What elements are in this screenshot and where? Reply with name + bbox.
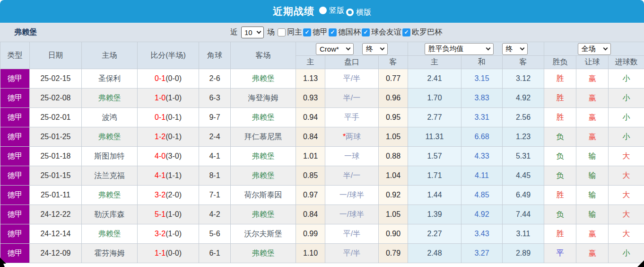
score-cell: 0-1(0-0) <box>138 69 199 89</box>
corner-fold <box>637 260 644 267</box>
avg-away-cell: 3.12 <box>503 69 544 89</box>
avg-draw-cell: 4.33 <box>461 147 503 166</box>
table-row: 德甲25-01-15法兰克福4-1(1-1)8-1弗赖堡0.85半/一1.041… <box>0 166 644 186</box>
result-cell: 负 <box>544 205 576 224</box>
result-cell: 负 <box>544 127 576 147</box>
checkbox-checked-icon[interactable]: ✓ <box>329 28 337 36</box>
radio-竖版[interactable] <box>319 7 327 14</box>
avg-draw-cell: 3.15 <box>461 69 503 89</box>
sub-header-result: 胜负 <box>544 56 576 69</box>
filter-球会友谊[interactable]: ✓球会友谊 <box>361 27 401 37</box>
goals-cell: 小 <box>609 89 644 108</box>
score-cell: 1-0(1-0) <box>138 89 199 108</box>
filter-toolbar: 弗赖堡 近 10 场 ✓同主✓德甲✓德国杯✓球会友谊✓欧罗巴杯 <box>0 23 644 42</box>
away-odds-cell: 1.04 <box>379 166 408 186</box>
handicap-cell: 半/一 <box>325 166 379 186</box>
home-odds-cell: 0.84 <box>296 205 325 224</box>
home-odds-cell: 1.01 <box>296 147 325 166</box>
date-cell: 25-01-18 <box>30 147 82 166</box>
chevron-down-icon <box>346 46 351 51</box>
goals-cell: 小 <box>609 127 644 147</box>
filter-controls: 近 10 场 ✓同主✓德甲✓德国杯✓球会友谊✓欧罗巴杯 <box>230 27 442 38</box>
result-cell: 平 <box>544 244 576 263</box>
chevron-down-icon <box>520 46 524 51</box>
avg-away-cell: 3.11 <box>503 224 544 244</box>
handicap-result-cell: 赢 <box>576 108 609 127</box>
away-team-cell: 弗赖堡 <box>231 166 296 186</box>
corner-cell: 4-1 <box>199 147 231 166</box>
home-odds-cell: 1.13 <box>296 69 325 89</box>
table-row: 德甲24-12-09霍芬海姆1-1(0-0)6-1弗赖堡1.10平/半0.792… <box>0 244 644 263</box>
avg-draw-cell: 4.92 <box>461 205 503 224</box>
avg-home-cell: 11.31 <box>408 127 461 147</box>
avg-time-select[interactable]: 终 <box>502 43 528 55</box>
corner-cell: 6-3 <box>199 89 231 108</box>
score-cell: 4-1(1-1) <box>138 166 199 186</box>
away-odds-cell: 0.79 <box>379 244 408 263</box>
result-cell: 胜 <box>544 224 576 244</box>
handicap-result-cell: 赢 <box>576 69 609 89</box>
checkbox-checked-icon[interactable]: ✓ <box>362 28 370 36</box>
filter-同主[interactable]: ✓同主 <box>277 27 302 37</box>
away-team-cell: 弗赖堡 <box>231 69 296 89</box>
chevron-down-icon <box>380 46 385 51</box>
results-table: 类型 日期 主场 比分(半场) 角球 客场 Crow* 终 <box>0 42 644 263</box>
sub-header-avg-away: 客 <box>503 56 544 69</box>
home-team-cell: 圣保利 <box>82 69 138 89</box>
table-row: 德甲25-01-18斯图加特4-0(3-0)4-1弗赖堡1.01一球0.881.… <box>0 147 644 166</box>
league-cell: 德甲 <box>0 108 30 127</box>
away-odds-cell: 0.77 <box>379 69 408 89</box>
odds-time-select[interactable]: 终 <box>362 43 388 55</box>
filter-德甲[interactable]: ✓德甲 <box>302 27 328 37</box>
near-label: 近 <box>230 27 238 37</box>
filter-欧罗巴杯[interactable]: ✓欧罗巴杯 <box>401 27 442 37</box>
date-cell: 25-01-15 <box>30 166 82 186</box>
sub-header-avg-draw: 和 <box>461 56 503 69</box>
checkbox-checked-icon[interactable]: ✓ <box>402 28 410 36</box>
away-team-cell: 海登海姆 <box>231 89 296 108</box>
goals-cell: 小 <box>609 108 644 127</box>
avg-draw-cell: 4.11 <box>461 166 503 186</box>
result-cell: 胜 <box>544 108 576 127</box>
score-cell: 5-1(1-0) <box>138 205 199 224</box>
handicap-cell: 一/球半 <box>325 205 379 224</box>
avg-home-cell: 2.27 <box>408 224 461 244</box>
home-odds-cell: 0.99 <box>296 224 325 244</box>
avg-group-header: 胜平负均值 终 <box>408 42 544 56</box>
avg-home-cell: 2.77 <box>408 108 461 127</box>
corner-cell: 2-4 <box>199 127 231 147</box>
layout-radio-option: 横版 <box>346 8 371 18</box>
filter-德国杯[interactable]: ✓德国杯 <box>328 27 361 37</box>
filter-label: 德国杯 <box>338 27 361 37</box>
match-count-select[interactable]: 10 <box>241 27 264 38</box>
competition-filter-group: ✓同主✓德甲✓德国杯✓球会友谊✓欧罗巴杯 <box>277 27 442 37</box>
scope-select[interactable]: 全场 <box>578 43 611 55</box>
filter-label: 欧罗巴杯 <box>412 27 442 37</box>
scope-group-header: 全场 <box>544 42 644 56</box>
layout-radio-option: 竖版 <box>319 6 344 16</box>
home-team-cell: 弗赖堡 <box>82 186 138 205</box>
odds-group-header: Crow* 终 <box>296 42 408 56</box>
table-row: 德甲25-02-15圣保利0-1(0-0)2-6弗赖堡1.13平/半0.772.… <box>0 69 644 89</box>
odds-company-select[interactable]: Crow* <box>316 43 354 55</box>
away-odds-cell: 0.92 <box>379 186 408 205</box>
filter-label: 球会友谊 <box>371 27 401 37</box>
corner-cell: 2-6 <box>199 69 231 89</box>
checkbox-unchecked-icon[interactable]: ✓ <box>278 28 286 36</box>
checkbox-checked-icon[interactable]: ✓ <box>303 28 311 36</box>
radio-label: 竖版 <box>329 6 344 16</box>
avg-type-select[interactable]: 胜平负均值 <box>425 43 494 55</box>
avg-home-cell: 1.70 <box>408 89 461 108</box>
date-cell: 25-02-01 <box>30 108 82 127</box>
radio-横版[interactable] <box>346 9 354 16</box>
away-odds-cell: 0.90 <box>379 224 408 244</box>
handicap-cell: *两球 <box>325 127 379 147</box>
goals-cell: 大 <box>609 186 644 205</box>
handicap-cell: 半/一 <box>325 89 379 108</box>
filter-label: 德甲 <box>313 27 328 37</box>
handicap-cell: 平/半 <box>325 224 379 244</box>
avg-away-cell: 4.92 <box>503 89 544 108</box>
away-team-cell: 拜仁慕尼黑 <box>231 127 296 147</box>
col-header-corner: 角球 <box>199 42 231 69</box>
home-odds-cell: 0.97 <box>296 186 325 205</box>
